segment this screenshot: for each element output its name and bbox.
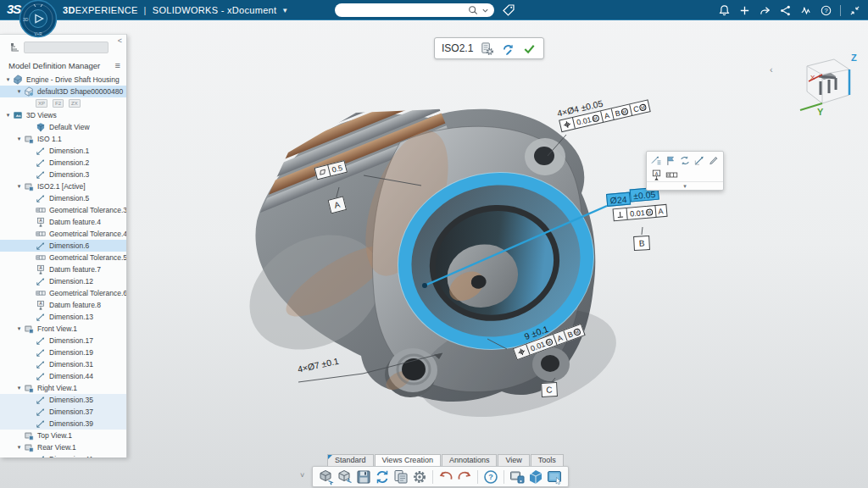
tree-item[interactable]: Dimension.6	[0, 240, 127, 252]
redo-icon[interactable]	[456, 469, 473, 485]
tree-item[interactable]: Geometrical Tolerance.4	[0, 228, 127, 240]
tag-icon[interactable]	[502, 3, 515, 17]
tree-item[interactable]: ▾Rear View.1	[0, 441, 127, 453]
annotation-pen-icon[interactable]	[708, 154, 720, 167]
paste-special-icon[interactable]	[392, 469, 409, 485]
help-icon[interactable]: ?	[820, 4, 832, 17]
display-device-icon[interactable]	[509, 469, 526, 485]
selected-dimension-value[interactable]: Ø24	[606, 192, 631, 207]
tree-item[interactable]: ▾default3D Shape00000480	[0, 86, 127, 97]
expander-icon[interactable]: ▾	[3, 112, 13, 119]
datum-feature-icon[interactable]: A	[650, 169, 663, 181]
representation-badge[interactable]: XP	[36, 99, 47, 108]
tree-item[interactable]: Dimension.31	[0, 358, 127, 370]
export-view-icon[interactable]	[318, 469, 335, 485]
datum-label[interactable]: B	[633, 236, 650, 251]
annotation-selected-dimension[interactable]: Ø24 ±0.05 0.01MA	[606, 189, 667, 223]
tree-item[interactable]: Geometrical Tolerance.3	[0, 204, 127, 216]
tree-item[interactable]: ADatum feature.8	[0, 299, 127, 311]
dimension-pick-icon[interactable]	[693, 154, 705, 167]
tab-view[interactable]: View	[498, 454, 529, 466]
representation-badge[interactable]: F2	[53, 99, 64, 108]
tree-item[interactable]: Top View.1	[0, 430, 127, 441]
expander-icon[interactable]: ▾	[3, 76, 13, 83]
tree-item[interactable]: Dimension.37	[0, 406, 127, 418]
tree-item[interactable]: Dimension.3	[0, 169, 127, 180]
view-settings-icon[interactable]	[480, 42, 494, 56]
global-search[interactable]	[335, 3, 494, 17]
app-title[interactable]: SOLIDWORKS - xDocument	[153, 5, 277, 15]
tree-item[interactable]: XPF2ZX	[0, 97, 127, 109]
import-view-icon[interactable]	[337, 469, 353, 485]
bolt-hole-top[interactable]	[525, 138, 565, 175]
save-icon[interactable]	[355, 469, 372, 485]
expander-icon[interactable]: ▾	[14, 88, 24, 95]
panel-collapse-icon[interactable]: <	[118, 36, 122, 45]
minimize-icon[interactable]	[849, 4, 861, 17]
expander-icon[interactable]: ▾	[14, 183, 24, 190]
view-update-icon[interactable]	[501, 42, 515, 56]
datum-label[interactable]: C	[541, 382, 558, 397]
undo-icon[interactable]	[437, 469, 454, 485]
tree-item[interactable]: Dimension.1	[0, 145, 127, 157]
app-title-chevron-icon[interactable]: ▼	[281, 7, 288, 14]
tree-item[interactable]: Dimension.12	[0, 275, 127, 287]
replace-icon[interactable]	[679, 154, 691, 167]
tree-item[interactable]: ADatum feature.7	[0, 263, 127, 275]
representation-badge[interactable]: ZX	[69, 99, 81, 108]
search-options-chevron-icon[interactable]	[481, 7, 489, 14]
3d-model-canvas[interactable]	[0, 0, 868, 488]
tree-item[interactable]: Dimension.17	[0, 335, 127, 347]
update-icon[interactable]	[374, 469, 391, 485]
share-forward-icon[interactable]	[759, 4, 771, 17]
tree-item[interactable]: Dimension.13	[0, 311, 127, 323]
tree-item[interactable]: Dimension.41	[0, 453, 127, 458]
tree-item[interactable]: ▾3D Views	[0, 109, 127, 121]
settings-icon[interactable]	[411, 469, 428, 485]
tree-item[interactable]: ▾ISO 1.1	[0, 133, 127, 145]
viewcube-collapse-icon[interactable]: ‹	[770, 64, 773, 75]
search-icon[interactable]	[468, 5, 478, 15]
tree-item[interactable]: Dimension.44	[0, 370, 127, 382]
help-bottom-icon[interactable]: ?	[482, 469, 499, 485]
expander-icon[interactable]: ▾	[14, 444, 24, 451]
add-icon[interactable]	[738, 4, 751, 17]
tab-tools[interactable]: Tools	[531, 454, 564, 466]
tree-item[interactable]: Dimension.5	[0, 192, 127, 204]
tab-annotations[interactable]: Annotations	[442, 454, 498, 466]
tree-item[interactable]: Dimension.19	[0, 347, 127, 358]
iso-view-icon[interactable]	[527, 469, 544, 485]
notifications-icon[interactable]	[718, 4, 731, 17]
tree-item[interactable]: ▾Right View.1	[0, 382, 127, 394]
toolbar-collapse-icon[interactable]: ˅	[300, 471, 304, 480]
tree-filter-bar[interactable]	[10, 42, 108, 53]
3dexperience-compass[interactable]: 3D V+R	[17, 0, 59, 41]
tab-views-creation[interactable]: Views Creation	[375, 454, 441, 466]
tab-standard[interactable]: Standard	[327, 454, 374, 466]
tree-item[interactable]: Default View	[0, 121, 127, 133]
search-input[interactable]	[335, 5, 465, 16]
tree-item[interactable]: ADatum feature.4	[0, 216, 127, 228]
flag-icon[interactable]	[665, 154, 676, 167]
tree-filter-field[interactable]	[24, 42, 108, 53]
geometrical-tolerance-icon[interactable]	[665, 169, 678, 181]
share-network-icon[interactable]	[779, 4, 792, 17]
view-cube[interactable]: Z Y X	[787, 47, 860, 119]
fit-screen-icon[interactable]	[546, 469, 563, 485]
tree-item[interactable]: Dimension.39	[0, 418, 127, 430]
dimension-text-icon[interactable]	[650, 154, 662, 167]
datum-feature-b[interactable]: B	[633, 234, 650, 251]
expander-icon[interactable]: ▾	[14, 385, 24, 391]
tree-item[interactable]: Dimension.2	[0, 157, 127, 169]
tree-item[interactable]: ▾Front View.1	[0, 323, 127, 335]
datum-feature-c[interactable]: C	[541, 380, 558, 397]
view-confirm-check-icon[interactable]	[522, 42, 537, 56]
tree-item[interactable]: Geometrical Tolerance.5	[0, 252, 127, 263]
tree-item[interactable]: ▾ISO2.1 [Active]	[0, 180, 127, 192]
expander-icon[interactable]: ▾	[14, 325, 24, 332]
tree-item[interactable]: Dimension.35	[0, 394, 127, 406]
tree-item[interactable]: ▾Engine - Drive Shaft Housing	[0, 74, 127, 86]
context-toolbar-more-icon[interactable]: ▾	[647, 181, 723, 190]
expander-icon[interactable]: ▾	[14, 136, 24, 142]
tree-item[interactable]: Geometrical Tolerance.6	[0, 287, 127, 299]
